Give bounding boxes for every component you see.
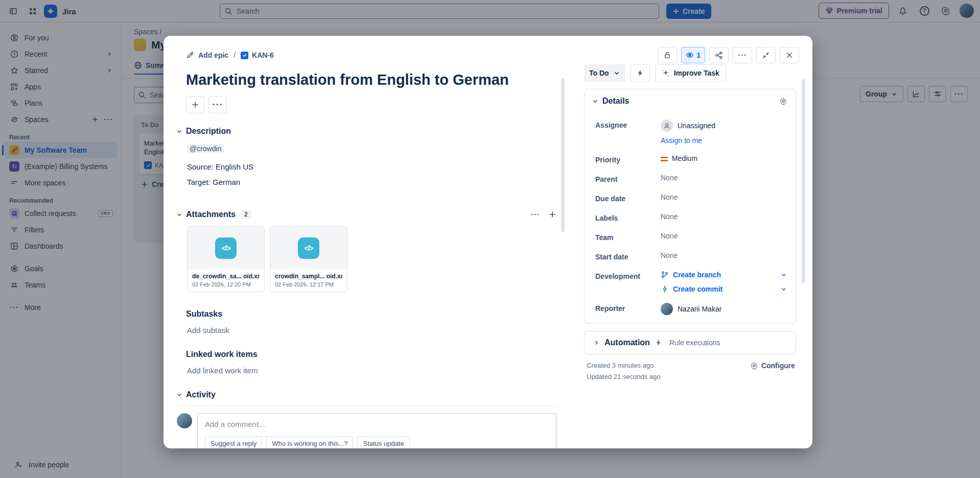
attachment-thumbnail: </> bbox=[188, 227, 264, 270]
improve-task-button[interactable]: Improve Task bbox=[655, 64, 726, 82]
priority-medium-icon bbox=[661, 157, 668, 161]
mention-crowdin[interactable]: @crowdin bbox=[187, 144, 224, 153]
start-date-field[interactable]: None bbox=[661, 251, 787, 259]
quick-reply-suggest[interactable]: Suggest a reply bbox=[205, 436, 262, 448]
xml-file-icon: </> bbox=[298, 237, 319, 259]
edit-pencil-icon bbox=[186, 51, 194, 59]
development-label: Development bbox=[595, 271, 661, 280]
chevron-down-icon bbox=[176, 128, 183, 135]
attachment-thumbnail: </> bbox=[270, 227, 347, 270]
chevron-down-icon[interactable] bbox=[592, 98, 599, 105]
close-modal-button[interactable] bbox=[780, 47, 799, 63]
labels-field[interactable]: None bbox=[661, 212, 787, 221]
parent-field[interactable]: None bbox=[661, 174, 787, 182]
labels-label: Labels bbox=[595, 212, 661, 222]
create-commit-link[interactable]: Create commit bbox=[673, 285, 722, 293]
unassigned-avatar-icon bbox=[661, 119, 673, 132]
activity-section-header[interactable]: Activity bbox=[176, 390, 556, 399]
plus-icon bbox=[191, 101, 199, 109]
details-heading: Details bbox=[602, 97, 629, 106]
add-subtask-field[interactable]: Add subtask bbox=[187, 326, 556, 334]
lightning-icon bbox=[655, 339, 663, 347]
priority-field[interactable]: Medium bbox=[661, 154, 787, 162]
subtasks-section-header: Subtasks bbox=[176, 309, 556, 319]
details-panel: Details Assignee Unassigned Assign to me bbox=[584, 89, 796, 324]
unlock-icon bbox=[663, 51, 671, 59]
modal-scrollbar[interactable] bbox=[802, 79, 805, 283]
add-attachment-button[interactable] bbox=[548, 210, 556, 219]
attachments-more-button[interactable]: ··· bbox=[531, 212, 540, 217]
start-date-label: Start date bbox=[595, 251, 661, 261]
status-dropdown[interactable]: To Do bbox=[584, 64, 625, 82]
configure-button[interactable]: Configure bbox=[750, 362, 795, 370]
details-settings-button[interactable] bbox=[779, 97, 787, 105]
create-branch-link[interactable]: Create branch bbox=[673, 271, 721, 279]
g0ear-icon bbox=[750, 362, 758, 370]
ai-sparkle-icon bbox=[662, 69, 670, 77]
automation-actions-button[interactable] bbox=[631, 64, 650, 82]
xml-file-icon: </> bbox=[215, 237, 237, 259]
issue-key-link[interactable]: KAN-6 bbox=[241, 51, 274, 59]
attachments-count-badge: 2 bbox=[241, 210, 251, 219]
task-icon bbox=[241, 52, 248, 59]
parent-label: Parent bbox=[595, 174, 661, 183]
lightning-icon bbox=[636, 69, 644, 77]
team-label: Team bbox=[595, 232, 661, 242]
add-epic-button[interactable]: Add epic bbox=[186, 51, 228, 59]
assignee-value: Unassigned bbox=[678, 122, 715, 130]
attachment-date: 02 Feb 2026, 12:17 PM bbox=[275, 281, 342, 288]
watch-button[interactable]: 1 bbox=[681, 47, 705, 63]
attachment-name: crowdin_sampl... oid.xml bbox=[275, 273, 342, 280]
automation-panel[interactable]: Automation Rule executions bbox=[584, 331, 796, 354]
close-icon bbox=[785, 51, 794, 59]
share-icon bbox=[715, 51, 723, 59]
linked-items-section-header: Linked work items bbox=[176, 350, 556, 359]
content-scrollbar[interactable] bbox=[561, 79, 565, 232]
issue-title[interactable]: Marketing translation from English to Ge… bbox=[186, 70, 556, 89]
priority-value: Medium bbox=[672, 154, 697, 162]
chevron-right-icon bbox=[593, 339, 600, 346]
attachment-date: 02 Feb 2026, 12:20 PM bbox=[192, 281, 260, 288]
comment-editor[interactable]: Add a comment... Suggest a reply Who is … bbox=[197, 413, 556, 448]
quick-reply-who-working[interactable]: Who is working on this...? bbox=[266, 436, 353, 448]
share-button[interactable] bbox=[709, 47, 729, 63]
add-linked-item-field[interactable]: Add linked work item bbox=[187, 366, 556, 375]
reporter-label: Reporter bbox=[595, 303, 661, 313]
breadcrumb-separator: / bbox=[234, 51, 236, 59]
priority-label: Priority bbox=[595, 154, 661, 164]
collapse-icon bbox=[762, 51, 770, 59]
automation-heading: Automation bbox=[604, 338, 650, 347]
assignee-field[interactable]: Unassigned bbox=[661, 119, 787, 132]
attachment-card[interactable]: </> crowdin_sampl... oid.xml 02 Feb 2026… bbox=[270, 226, 347, 292]
branch-icon bbox=[661, 271, 669, 279]
assign-to-me-link[interactable]: Assign to me bbox=[661, 136, 702, 145]
chevron-down-icon bbox=[176, 391, 183, 398]
attachments-section-header[interactable]: Attachments 2 ··· bbox=[176, 210, 556, 219]
reporter-value: Nazarii Makar bbox=[678, 305, 721, 313]
lock-button[interactable] bbox=[658, 47, 677, 63]
due-date-field[interactable]: None bbox=[661, 193, 787, 201]
collapse-modal-button[interactable] bbox=[756, 47, 776, 63]
description-line: Source: English US bbox=[187, 162, 556, 171]
chevron-down-icon bbox=[176, 211, 183, 218]
description-section-header[interactable]: Description bbox=[176, 127, 556, 136]
reporter-field[interactable]: Nazarii Makar bbox=[661, 303, 787, 315]
chevron-down-icon[interactable] bbox=[780, 285, 787, 293]
quick-reply-status-update[interactable]: Status update bbox=[357, 436, 409, 448]
description-line: Target: German bbox=[187, 178, 556, 186]
user-avatar bbox=[177, 413, 192, 428]
comment-placeholder[interactable]: Add a comment... bbox=[205, 420, 549, 428]
attachment-name: de_crowdin_sa... oid.xml bbox=[192, 273, 260, 280]
commit-icon bbox=[661, 285, 669, 293]
attachment-card[interactable]: </> de_crowdin_sa... oid.xml 02 Feb 2026… bbox=[187, 226, 265, 292]
modal-more-button[interactable]: ··· bbox=[733, 47, 752, 63]
updated-timestamp: Updated 21 seconds ago bbox=[587, 373, 796, 380]
content-more-button[interactable]: ··· bbox=[208, 96, 227, 113]
rule-executions-label: Rule executions bbox=[669, 339, 720, 347]
team-field[interactable]: None bbox=[661, 232, 787, 240]
eye-icon bbox=[686, 51, 694, 59]
divider bbox=[176, 405, 556, 406]
add-content-button[interactable] bbox=[186, 96, 204, 113]
chevron-down-icon bbox=[613, 69, 620, 77]
chevron-down-icon[interactable] bbox=[780, 271, 787, 278]
